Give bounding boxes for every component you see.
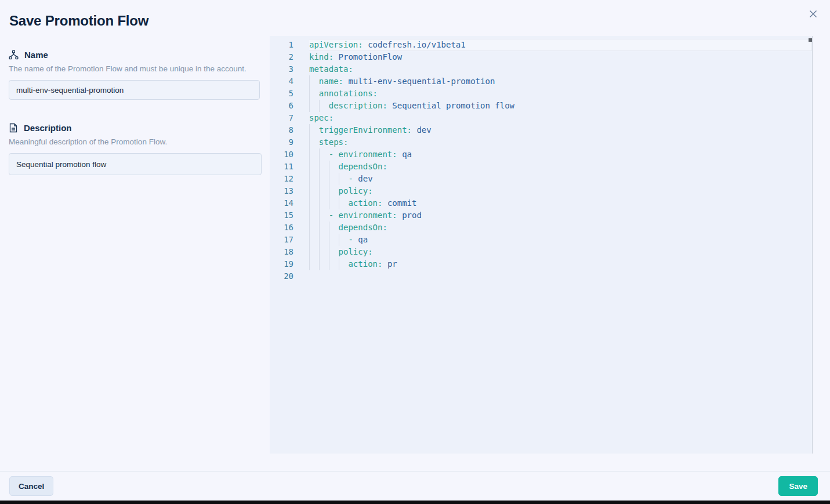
code-line[interactable]: annotations: bbox=[309, 88, 812, 100]
hierarchy-icon bbox=[9, 50, 19, 60]
cancel-button[interactable]: Cancel bbox=[9, 476, 53, 496]
name-field-label: Name bbox=[24, 50, 48, 60]
code-line[interactable]: - qa bbox=[309, 234, 812, 246]
document-icon bbox=[9, 123, 18, 133]
save-promotion-flow-dialog: Save Promotion Flow Name The name of the… bbox=[0, 0, 830, 504]
line-number: 2 bbox=[270, 51, 293, 63]
code-line[interactable]: - dev bbox=[309, 173, 812, 185]
save-button[interactable]: Save bbox=[778, 476, 818, 496]
line-number: 8 bbox=[270, 124, 293, 136]
yaml-editor[interactable]: 1234567891011121314151617181920 apiVersi… bbox=[270, 36, 813, 454]
line-number: 10 bbox=[270, 148, 293, 161]
editor-code-area[interactable]: apiVersion: codefresh.io/v1beta1kind: Pr… bbox=[309, 39, 812, 454]
description-field-header: Description bbox=[9, 122, 261, 133]
name-field-group: Name The name of the Promotion Flow and … bbox=[9, 49, 261, 100]
line-number: 9 bbox=[270, 136, 293, 148]
code-line[interactable]: action: pr bbox=[309, 258, 812, 270]
line-number: 16 bbox=[270, 222, 293, 234]
code-line[interactable] bbox=[309, 270, 812, 282]
dialog-footer: Cancel Save bbox=[0, 471, 830, 501]
line-number: 12 bbox=[270, 173, 293, 185]
line-number: 18 bbox=[270, 246, 293, 258]
line-number: 14 bbox=[270, 197, 293, 209]
code-line[interactable]: kind: PromotionFlow bbox=[309, 51, 812, 63]
code-line[interactable]: spec: bbox=[309, 112, 812, 124]
code-line[interactable]: name: multi-env-sequential-promotion bbox=[309, 75, 812, 88]
line-number: 1 bbox=[270, 39, 293, 51]
line-number: 19 bbox=[270, 258, 293, 270]
code-line[interactable]: policy: bbox=[309, 185, 812, 197]
description-input[interactable] bbox=[9, 153, 262, 175]
line-number: 13 bbox=[270, 185, 293, 197]
code-line[interactable]: description: Sequential promotion flow bbox=[309, 100, 812, 112]
name-input[interactable] bbox=[9, 80, 260, 100]
code-line[interactable]: metadata: bbox=[309, 63, 812, 75]
line-number: 5 bbox=[270, 88, 293, 100]
editor-line-numbers: 1234567891011121314151617181920 bbox=[270, 39, 309, 454]
line-number: 6 bbox=[270, 100, 293, 112]
line-number: 20 bbox=[270, 270, 293, 282]
line-number: 4 bbox=[270, 75, 293, 88]
bottom-edge-strip bbox=[0, 501, 830, 504]
code-line[interactable]: steps: bbox=[309, 136, 812, 148]
code-line[interactable]: dependsOn: bbox=[309, 161, 812, 173]
code-line[interactable]: action: commit bbox=[309, 197, 812, 209]
code-line[interactable]: apiVersion: codefresh.io/v1beta1 bbox=[309, 39, 812, 51]
code-line[interactable]: - environment: prod bbox=[309, 209, 812, 222]
close-button[interactable] bbox=[807, 8, 819, 20]
page-title: Save Promotion Flow bbox=[9, 13, 148, 29]
form-panel: Name The name of the Promotion Flow and … bbox=[0, 49, 270, 175]
line-number: 11 bbox=[270, 161, 293, 173]
description-field-label: Description bbox=[24, 123, 72, 133]
name-field-header: Name bbox=[9, 49, 261, 60]
line-number: 15 bbox=[270, 209, 293, 222]
description-field-help: Meaningful description of the Promotion … bbox=[9, 137, 261, 146]
line-number: 3 bbox=[270, 63, 293, 75]
code-line[interactable]: dependsOn: bbox=[309, 222, 812, 234]
line-number: 7 bbox=[270, 112, 293, 124]
name-field-help: The name of the Promotion Flow and must … bbox=[9, 64, 261, 73]
code-line[interactable]: policy: bbox=[309, 246, 812, 258]
code-line[interactable]: - environment: qa bbox=[309, 148, 812, 161]
line-number: 17 bbox=[270, 234, 293, 246]
description-field-group: Description Meaningful description of th… bbox=[9, 122, 261, 175]
close-icon bbox=[809, 9, 818, 19]
code-line[interactable]: triggerEnvironment: dev bbox=[309, 124, 812, 136]
overview-ruler-cursor-marker bbox=[809, 38, 813, 42]
